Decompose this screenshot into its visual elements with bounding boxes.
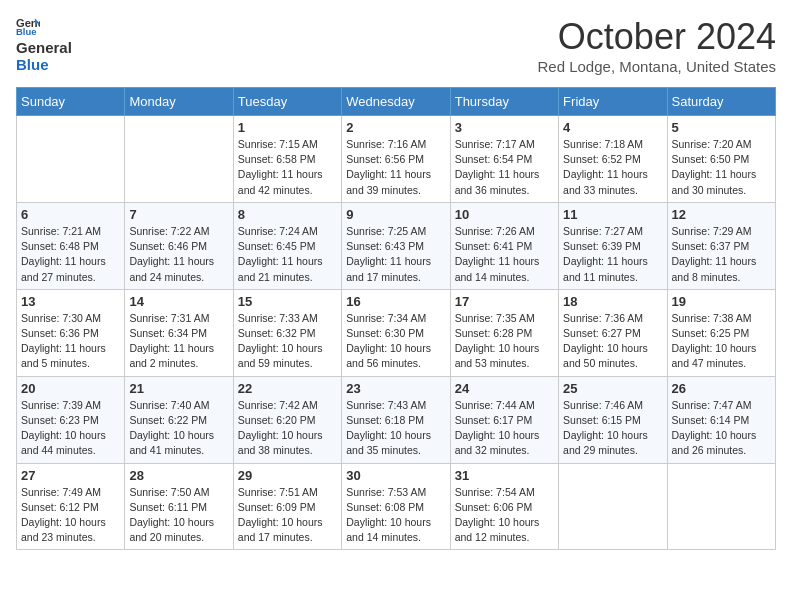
day-info: Sunrise: 7:53 AMSunset: 6:08 PMDaylight:… [346,485,445,546]
day-number: 8 [238,207,337,222]
day-info: Sunrise: 7:35 AMSunset: 6:28 PMDaylight:… [455,311,554,372]
day-number: 21 [129,381,228,396]
day-info: Sunrise: 7:18 AMSunset: 6:52 PMDaylight:… [563,137,662,198]
day-info: Sunrise: 7:33 AMSunset: 6:32 PMDaylight:… [238,311,337,372]
day-number: 14 [129,294,228,309]
calendar-cell: 28Sunrise: 7:50 AMSunset: 6:11 PMDayligh… [125,463,233,550]
day-info: Sunrise: 7:38 AMSunset: 6:25 PMDaylight:… [672,311,771,372]
calendar-cell: 31Sunrise: 7:54 AMSunset: 6:06 PMDayligh… [450,463,558,550]
day-number: 7 [129,207,228,222]
day-number: 26 [672,381,771,396]
title-block: October 2024 Red Lodge, Montana, United … [538,16,777,75]
calendar-cell [667,463,775,550]
day-info: Sunrise: 7:25 AMSunset: 6:43 PMDaylight:… [346,224,445,285]
day-number: 15 [238,294,337,309]
day-info: Sunrise: 7:49 AMSunset: 6:12 PMDaylight:… [21,485,120,546]
day-info: Sunrise: 7:46 AMSunset: 6:15 PMDaylight:… [563,398,662,459]
calendar-cell: 27Sunrise: 7:49 AMSunset: 6:12 PMDayligh… [17,463,125,550]
day-info: Sunrise: 7:16 AMSunset: 6:56 PMDaylight:… [346,137,445,198]
day-number: 20 [21,381,120,396]
day-number: 17 [455,294,554,309]
day-number: 13 [21,294,120,309]
day-number: 29 [238,468,337,483]
day-info: Sunrise: 7:15 AMSunset: 6:58 PMDaylight:… [238,137,337,198]
logo-icon: General Blue [16,16,40,36]
calendar-cell: 8Sunrise: 7:24 AMSunset: 6:45 PMDaylight… [233,202,341,289]
calendar-cell: 2Sunrise: 7:16 AMSunset: 6:56 PMDaylight… [342,116,450,203]
page-header: General Blue General Blue October 2024 R… [16,16,776,75]
weekday-header-friday: Friday [559,88,667,116]
weekday-header-monday: Monday [125,88,233,116]
calendar-header-row: SundayMondayTuesdayWednesdayThursdayFrid… [17,88,776,116]
day-info: Sunrise: 7:51 AMSunset: 6:09 PMDaylight:… [238,485,337,546]
day-number: 1 [238,120,337,135]
logo-text-blue: Blue [16,56,49,73]
calendar-cell: 29Sunrise: 7:51 AMSunset: 6:09 PMDayligh… [233,463,341,550]
day-number: 11 [563,207,662,222]
day-info: Sunrise: 7:26 AMSunset: 6:41 PMDaylight:… [455,224,554,285]
calendar-cell: 22Sunrise: 7:42 AMSunset: 6:20 PMDayligh… [233,376,341,463]
day-info: Sunrise: 7:22 AMSunset: 6:46 PMDaylight:… [129,224,228,285]
day-number: 2 [346,120,445,135]
day-info: Sunrise: 7:29 AMSunset: 6:37 PMDaylight:… [672,224,771,285]
location-title: Red Lodge, Montana, United States [538,58,777,75]
day-number: 22 [238,381,337,396]
calendar-cell: 20Sunrise: 7:39 AMSunset: 6:23 PMDayligh… [17,376,125,463]
calendar-week-row: 20Sunrise: 7:39 AMSunset: 6:23 PMDayligh… [17,376,776,463]
day-number: 27 [21,468,120,483]
calendar-cell: 1Sunrise: 7:15 AMSunset: 6:58 PMDaylight… [233,116,341,203]
day-number: 23 [346,381,445,396]
day-number: 6 [21,207,120,222]
day-number: 10 [455,207,554,222]
calendar-cell: 5Sunrise: 7:20 AMSunset: 6:50 PMDaylight… [667,116,775,203]
calendar-cell: 23Sunrise: 7:43 AMSunset: 6:18 PMDayligh… [342,376,450,463]
weekday-header-saturday: Saturday [667,88,775,116]
day-number: 31 [455,468,554,483]
day-info: Sunrise: 7:44 AMSunset: 6:17 PMDaylight:… [455,398,554,459]
day-number: 19 [672,294,771,309]
calendar-cell: 19Sunrise: 7:38 AMSunset: 6:25 PMDayligh… [667,289,775,376]
day-info: Sunrise: 7:27 AMSunset: 6:39 PMDaylight:… [563,224,662,285]
calendar-cell [125,116,233,203]
weekday-header-sunday: Sunday [17,88,125,116]
day-number: 18 [563,294,662,309]
day-info: Sunrise: 7:42 AMSunset: 6:20 PMDaylight:… [238,398,337,459]
day-info: Sunrise: 7:31 AMSunset: 6:34 PMDaylight:… [129,311,228,372]
weekday-header-thursday: Thursday [450,88,558,116]
day-info: Sunrise: 7:39 AMSunset: 6:23 PMDaylight:… [21,398,120,459]
day-info: Sunrise: 7:24 AMSunset: 6:45 PMDaylight:… [238,224,337,285]
calendar-cell: 14Sunrise: 7:31 AMSunset: 6:34 PMDayligh… [125,289,233,376]
calendar-cell: 7Sunrise: 7:22 AMSunset: 6:46 PMDaylight… [125,202,233,289]
calendar-week-row: 1Sunrise: 7:15 AMSunset: 6:58 PMDaylight… [17,116,776,203]
calendar-cell: 10Sunrise: 7:26 AMSunset: 6:41 PMDayligh… [450,202,558,289]
day-number: 3 [455,120,554,135]
day-info: Sunrise: 7:17 AMSunset: 6:54 PMDaylight:… [455,137,554,198]
weekday-header-tuesday: Tuesday [233,88,341,116]
day-number: 16 [346,294,445,309]
day-info: Sunrise: 7:21 AMSunset: 6:48 PMDaylight:… [21,224,120,285]
day-number: 28 [129,468,228,483]
calendar-cell: 21Sunrise: 7:40 AMSunset: 6:22 PMDayligh… [125,376,233,463]
calendar-cell: 24Sunrise: 7:44 AMSunset: 6:17 PMDayligh… [450,376,558,463]
calendar-cell: 11Sunrise: 7:27 AMSunset: 6:39 PMDayligh… [559,202,667,289]
calendar-cell: 6Sunrise: 7:21 AMSunset: 6:48 PMDaylight… [17,202,125,289]
calendar-cell: 30Sunrise: 7:53 AMSunset: 6:08 PMDayligh… [342,463,450,550]
calendar-cell [559,463,667,550]
day-info: Sunrise: 7:36 AMSunset: 6:27 PMDaylight:… [563,311,662,372]
day-number: 25 [563,381,662,396]
day-number: 9 [346,207,445,222]
logo-text-general: General [16,39,72,56]
weekday-header-wednesday: Wednesday [342,88,450,116]
calendar-cell: 26Sunrise: 7:47 AMSunset: 6:14 PMDayligh… [667,376,775,463]
day-number: 12 [672,207,771,222]
svg-text:Blue: Blue [16,26,36,36]
day-number: 30 [346,468,445,483]
calendar-cell: 18Sunrise: 7:36 AMSunset: 6:27 PMDayligh… [559,289,667,376]
calendar-cell: 3Sunrise: 7:17 AMSunset: 6:54 PMDaylight… [450,116,558,203]
day-info: Sunrise: 7:34 AMSunset: 6:30 PMDaylight:… [346,311,445,372]
day-info: Sunrise: 7:40 AMSunset: 6:22 PMDaylight:… [129,398,228,459]
day-info: Sunrise: 7:30 AMSunset: 6:36 PMDaylight:… [21,311,120,372]
day-info: Sunrise: 7:43 AMSunset: 6:18 PMDaylight:… [346,398,445,459]
day-number: 5 [672,120,771,135]
calendar-cell: 4Sunrise: 7:18 AMSunset: 6:52 PMDaylight… [559,116,667,203]
